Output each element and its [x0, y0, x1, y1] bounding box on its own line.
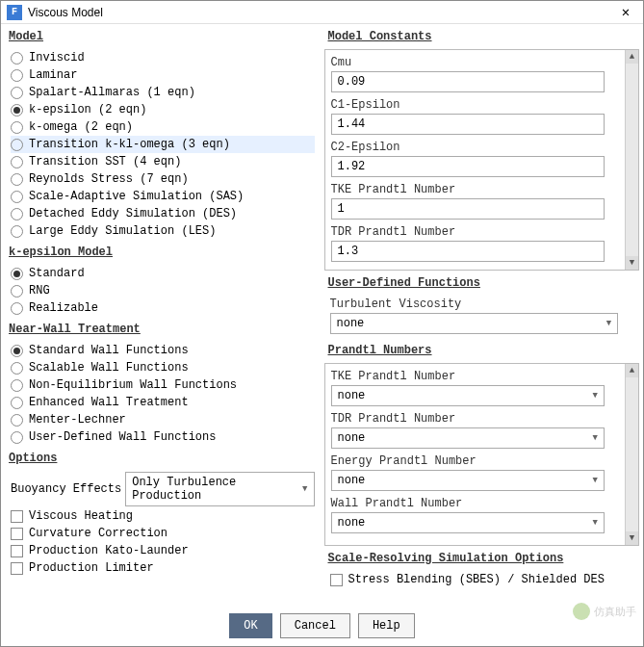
help-button[interactable]: Help: [358, 613, 415, 638]
radio-icon[interactable]: [11, 285, 23, 298]
nearwall-radio-item[interactable]: Non-Equilibrium Wall Functions: [11, 376, 315, 394]
radio-icon[interactable]: [11, 414, 23, 427]
model-radio-label: Scale-Adaptive Simulation (SAS): [29, 190, 244, 203]
model-radio-item[interactable]: Large Eddy Simulation (LES): [11, 222, 315, 240]
radio-icon[interactable]: [11, 345, 23, 357]
dialog-content: Model InviscidLaminarSpalart-Allmaras (1…: [1, 24, 643, 606]
checkbox-icon[interactable]: [11, 510, 23, 523]
chevron-down-icon: ▼: [302, 484, 307, 494]
window-title: Viscous Model: [28, 6, 614, 19]
checkbox-icon[interactable]: [11, 562, 23, 575]
radio-icon[interactable]: [11, 104, 23, 116]
model-radio-item[interactable]: Scale-Adaptive Simulation (SAS): [11, 188, 315, 205]
nearwall-radio-item[interactable]: Standard Wall Functions: [11, 342, 315, 359]
radio-icon[interactable]: [11, 362, 23, 375]
radio-icon[interactable]: [11, 191, 23, 203]
constant-label: TKE Prandtl Number: [331, 181, 620, 198]
nearwall-radio-item[interactable]: Menter-Lechner: [11, 411, 315, 428]
model-radio-item[interactable]: k-omega (2 eqn): [11, 118, 315, 136]
option-check-label: Production Limiter: [29, 561, 154, 575]
prandtl-title: Prandtl Numbers: [324, 342, 640, 359]
model-radio-item[interactable]: Laminar: [11, 66, 315, 84]
close-icon[interactable]: ✕: [614, 4, 637, 20]
turb-visc-value: none: [337, 317, 365, 330]
radio-icon[interactable]: [11, 397, 23, 409]
radio-icon[interactable]: [11, 121, 23, 134]
model-radio-item[interactable]: Inviscid: [11, 49, 315, 66]
radio-icon[interactable]: [11, 208, 23, 220]
button-row: OK Cancel Help: [1, 606, 643, 646]
model-radio-item[interactable]: k-epsilon (2 eqn): [11, 101, 315, 118]
scroll-up-icon[interactable]: ▲: [626, 364, 638, 377]
option-check-row[interactable]: Production Limiter: [11, 559, 315, 577]
right-column: Model Constants CmuC1-EpsilonC2-EpsilonT…: [324, 28, 640, 602]
sbes-check-row[interactable]: Stress Blending (SBES) / Shielded DES: [330, 571, 634, 588]
option-check-label: Viscous Heating: [29, 509, 133, 523]
constant-input[interactable]: [331, 241, 605, 262]
chevron-down-icon: ▼: [606, 319, 611, 328]
option-check-label: Production Kato-Launder: [29, 544, 189, 557]
nearwall-radio-item[interactable]: User-Defined Wall Functions: [11, 428, 315, 446]
options-checkbox-group: Viscous HeatingCurvature CorrectionProdu…: [11, 507, 315, 577]
checkbox-icon[interactable]: [11, 545, 23, 557]
option-check-row[interactable]: Curvature Correction: [11, 525, 315, 542]
radio-icon[interactable]: [11, 225, 23, 238]
model-radio-label: Transition SST (4 eqn): [29, 155, 181, 168]
chevron-down-icon: ▼: [593, 433, 598, 443]
radio-icon[interactable]: [11, 69, 23, 82]
prandtl-dropdown[interactable]: none▼: [331, 470, 605, 491]
model-radio-item[interactable]: Detached Eddy Simulation (DES): [11, 205, 315, 222]
model-radio-label: Spalart-Allmaras (1 eqn): [29, 86, 195, 99]
option-check-row[interactable]: Production Kato-Launder: [11, 542, 315, 559]
option-check-row[interactable]: Viscous Heating: [11, 507, 315, 525]
buoyancy-value: Only Turbulence Production: [132, 476, 302, 503]
kepsilon-radio-item[interactable]: RNG: [11, 282, 315, 299]
prandtl-dropdown[interactable]: none▼: [331, 512, 605, 533]
constant-input[interactable]: [331, 198, 605, 220]
scroll-down-icon[interactable]: ▼: [626, 531, 638, 545]
cancel-button[interactable]: Cancel: [280, 613, 350, 638]
model-radio-item[interactable]: Transition SST (4 eqn): [11, 153, 315, 170]
viscous-model-dialog: F Viscous Model ✕ Model InviscidLaminarS…: [0, 0, 644, 647]
radio-icon[interactable]: [11, 52, 23, 65]
app-icon: F: [7, 5, 22, 20]
constant-input[interactable]: [331, 114, 605, 135]
scrollbar[interactable]: ▲ ▼: [625, 364, 638, 545]
kepsilon-radio-item[interactable]: Standard: [11, 265, 315, 282]
model-radio-item[interactable]: Reynolds Stress (7 eqn): [11, 170, 315, 188]
scrollbar[interactable]: ▲ ▼: [625, 50, 638, 270]
constant-input[interactable]: [331, 156, 605, 177]
radio-icon[interactable]: [11, 431, 23, 444]
checkbox-icon[interactable]: [11, 528, 23, 540]
prandtl-dropdown[interactable]: none▼: [331, 385, 605, 406]
ok-button[interactable]: OK: [229, 613, 271, 638]
options-panel: Buoyancy Effects Only Turbulence Product…: [5, 471, 321, 577]
nearwall-radio-label: User-Defined Wall Functions: [29, 430, 216, 444]
radio-icon[interactable]: [11, 302, 23, 315]
model-radio-item[interactable]: Transition k-kl-omega (3 eqn): [11, 136, 315, 153]
nearwall-radio-label: Menter-Lechner: [29, 413, 126, 427]
buoyancy-dropdown[interactable]: Only Turbulence Production ▼: [125, 472, 314, 506]
radio-icon[interactable]: [11, 379, 23, 392]
buoyancy-row: Buoyancy Effects Only Turbulence Product…: [11, 471, 315, 507]
radio-icon[interactable]: [11, 156, 23, 168]
radio-icon[interactable]: [11, 268, 23, 280]
prandtl-label: Energy Prandtl Number: [331, 453, 620, 470]
radio-icon[interactable]: [11, 173, 23, 186]
nearwall-radio-item[interactable]: Enhanced Wall Treatment: [11, 394, 315, 411]
checkbox-icon[interactable]: [330, 574, 343, 586]
kepsilon-radio-item[interactable]: Realizable: [11, 299, 315, 317]
scroll-down-icon[interactable]: ▼: [626, 256, 638, 270]
turb-visc-dropdown[interactable]: none ▼: [330, 313, 619, 334]
radio-icon[interactable]: [11, 87, 23, 99]
nearwall-radio-item[interactable]: Scalable Wall Functions: [11, 359, 315, 376]
model-radio-label: Large Eddy Simulation (LES): [29, 224, 216, 238]
model-title: Model: [5, 28, 321, 45]
nearwall-radio-label: Enhanced Wall Treatment: [29, 396, 189, 409]
constant-input[interactable]: [331, 71, 605, 92]
prandtl-dropdown[interactable]: none▼: [331, 427, 605, 449]
model-radio-item[interactable]: Spalart-Allmaras (1 eqn): [11, 84, 315, 101]
prandtl-panel: TKE Prandtl Numbernone▼TDR Prandtl Numbe…: [324, 363, 640, 546]
scroll-up-icon[interactable]: ▲: [626, 50, 638, 64]
radio-icon[interactable]: [11, 139, 23, 151]
